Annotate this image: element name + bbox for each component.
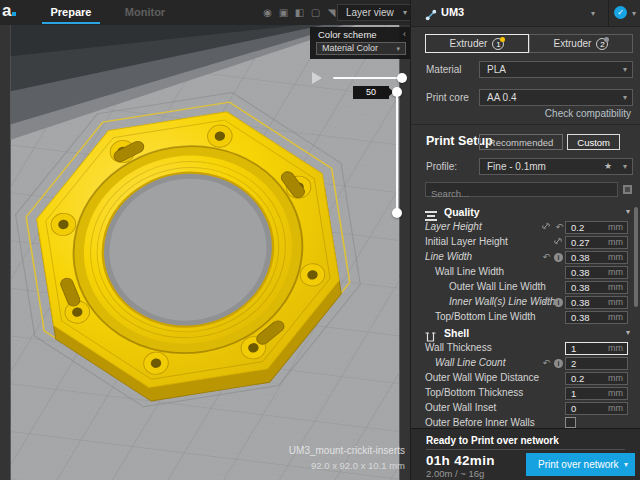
connection-ok-icon[interactable] bbox=[614, 6, 627, 19]
setting-value-box[interactable]: 0.38mm bbox=[565, 266, 628, 279]
setting-row-top-bottom-line-width[interactable]: Top/Bottom Line Width 0.38mm bbox=[411, 310, 640, 325]
color-scheme-dropdown[interactable]: Material Color bbox=[316, 42, 406, 55]
material-label: Material bbox=[426, 64, 462, 75]
tab-extruder-1[interactable]: Extruder 1 bbox=[425, 34, 529, 53]
cura-window: Color scheme Material Color 50 UM3_mount… bbox=[0, 0, 640, 480]
undo-icon[interactable] bbox=[542, 296, 550, 308]
setting-row-outer-before-inner-walls[interactable]: Outer Before Inner Walls bbox=[411, 416, 640, 428]
info-icon[interactable]: i bbox=[554, 298, 563, 307]
divider bbox=[411, 124, 640, 125]
setting-value-box[interactable]: 0.2mm bbox=[565, 221, 628, 234]
setting-value-box[interactable]: 0.38mm bbox=[565, 311, 628, 324]
setting-value-box[interactable]: 0.38mm bbox=[565, 296, 628, 309]
layer-slider[interactable] bbox=[396, 92, 398, 212]
view-mode-dropdown[interactable]: Layer view bbox=[337, 4, 413, 21]
section-quality[interactable]: Quality bbox=[411, 204, 640, 220]
link-icon[interactable] bbox=[553, 236, 563, 249]
recommended-mode-button[interactable]: Recommended bbox=[479, 134, 563, 150]
view-mode-icon-2[interactable]: ▣ bbox=[278, 7, 289, 18]
setting-value-box[interactable]: 0.2mm bbox=[565, 372, 628, 385]
setting-row-outer-wall-inset[interactable]: Outer Wall Inset 0mm bbox=[411, 401, 640, 416]
setting-row-wall-line-width[interactable]: Wall Line Width 0.38mm bbox=[411, 265, 640, 280]
setting-value-box[interactable]: 1mm bbox=[565, 342, 628, 355]
view-mode-icon-3[interactable]: ◧ bbox=[294, 7, 305, 18]
setting-label: Layer Height bbox=[425, 221, 482, 232]
viewport-3d[interactable]: Color scheme Material Color 50 UM3_mount… bbox=[0, 25, 410, 480]
tab-extruder-2[interactable]: Extruder 2 bbox=[529, 34, 633, 53]
setting-label: Outer Wall Line Width bbox=[449, 281, 546, 292]
setting-row-layer-height[interactable]: Layer Height 0.2mm bbox=[411, 220, 640, 235]
custom-mode-button[interactable]: Custom bbox=[567, 134, 620, 150]
setting-row-outer-wall-wipe-distance[interactable]: Outer Wall Wipe Distance 0.2mm bbox=[411, 371, 640, 386]
setting-checkbox[interactable] bbox=[565, 417, 576, 428]
settings-panel: UM3 Extruder 1 Extruder 2 Material PLA P… bbox=[410, 0, 640, 480]
settings-filter-icon[interactable] bbox=[623, 185, 632, 194]
machine-header: UM3 bbox=[411, 0, 640, 27]
undo-icon[interactable] bbox=[542, 357, 550, 369]
extruder-2-number: 2 bbox=[596, 38, 608, 50]
tab-prepare-label: Prepare bbox=[51, 6, 92, 18]
info-icon[interactable]: i bbox=[554, 253, 563, 262]
view-mode-icon-4[interactable]: ▢ bbox=[310, 7, 321, 18]
setting-row-top-bottom-thickness[interactable]: Top/Bottom Thickness 1mm bbox=[411, 386, 640, 401]
setting-value-box[interactable]: 0mm bbox=[565, 402, 628, 415]
setting-label: Line Width bbox=[425, 251, 472, 262]
simulation-slider[interactable] bbox=[333, 77, 403, 79]
collapse-icon[interactable] bbox=[403, 29, 406, 39]
view-mode-icon-1[interactable]: ◉ bbox=[262, 7, 273, 18]
model-dimensions: 92.0 x 92.0 x 10.1 mm bbox=[311, 460, 405, 471]
play-icon[interactable] bbox=[312, 72, 322, 84]
color-scheme-title: Color scheme bbox=[318, 29, 377, 40]
status-text: Ready to Print over network bbox=[426, 435, 559, 446]
link-icon[interactable] bbox=[541, 221, 551, 234]
profile-label: Profile: bbox=[426, 161, 457, 172]
material-dropdown[interactable]: PLA bbox=[479, 61, 633, 78]
row-icons: i bbox=[527, 251, 563, 263]
extruder-1-number: 1 bbox=[492, 38, 504, 50]
setting-value-box[interactable]: 0.27mm bbox=[565, 236, 628, 249]
setting-row-wall-line-count[interactable]: Wall Line Count i 2 bbox=[411, 356, 640, 371]
chevron-down-icon bbox=[623, 159, 627, 174]
section-title: Quality bbox=[444, 206, 480, 218]
view-mode-icon-5[interactable]: ◥ bbox=[326, 7, 337, 18]
simulation-slider-handle[interactable] bbox=[397, 73, 407, 83]
chevron-down-icon bbox=[623, 62, 627, 77]
connection-dropdown-chevron-icon[interactable] bbox=[632, 6, 640, 21]
chevron-down-icon bbox=[403, 5, 407, 20]
search-box bbox=[425, 182, 618, 197]
info-icon[interactable]: i bbox=[554, 359, 563, 368]
setting-row-initial-layer-height[interactable]: Initial Layer Height 0.27mm bbox=[411, 235, 640, 250]
material-value: PLA bbox=[487, 64, 506, 75]
setting-label: Outer Before Inner Walls bbox=[425, 417, 535, 428]
print-job-footer: Ready to Print over network 01h 42min 2.… bbox=[411, 428, 640, 480]
setting-row-inner-walls-line-width[interactable]: Inner Wall(s) Line Width i 0.38mm bbox=[411, 295, 640, 310]
profile-dropdown[interactable]: Fine - 0.1mm bbox=[479, 158, 633, 175]
tab-prepare[interactable]: Prepare bbox=[40, 0, 102, 25]
material-color-dot bbox=[500, 37, 505, 42]
search-input[interactable] bbox=[426, 187, 627, 200]
setting-row-outer-wall-line-width[interactable]: Outer Wall Line Width 0.38mm bbox=[411, 280, 640, 295]
tab-monitor-label: Monitor bbox=[125, 6, 165, 18]
setting-value-box[interactable]: 0.38mm bbox=[565, 251, 628, 264]
settings-scrollbar[interactable] bbox=[634, 207, 638, 307]
check-compatibility-link[interactable]: Check compatibility bbox=[545, 108, 631, 119]
buildplate-scene bbox=[0, 25, 410, 480]
setting-value-box[interactable]: 0.38mm bbox=[565, 281, 628, 294]
print-core-dropdown[interactable]: AA 0.4 bbox=[479, 89, 633, 106]
star-icon[interactable] bbox=[604, 159, 612, 174]
setting-row-line-width[interactable]: Line Width i 0.38mm bbox=[411, 250, 640, 265]
print-over-network-button[interactable]: Print over network bbox=[526, 453, 635, 476]
setup-mode-toggle: Recommended Custom bbox=[479, 134, 620, 150]
setting-value-box[interactable]: 1mm bbox=[565, 387, 628, 400]
print-time-estimate: 01h 42min bbox=[426, 453, 495, 468]
section-shell[interactable]: Shell bbox=[411, 325, 640, 341]
tab-monitor[interactable]: Monitor bbox=[114, 0, 176, 25]
undo-icon[interactable] bbox=[542, 251, 550, 263]
material-color-dot bbox=[604, 37, 609, 42]
row-icons bbox=[527, 221, 563, 233]
undo-icon[interactable] bbox=[555, 221, 563, 233]
setting-value-box[interactable]: 2 bbox=[565, 357, 628, 370]
layer-slider-bottom-handle[interactable] bbox=[392, 208, 402, 218]
machine-dropdown-chevron-icon[interactable] bbox=[591, 6, 603, 21]
setting-row-wall-thickness[interactable]: Wall Thickness 1mm bbox=[411, 341, 640, 356]
